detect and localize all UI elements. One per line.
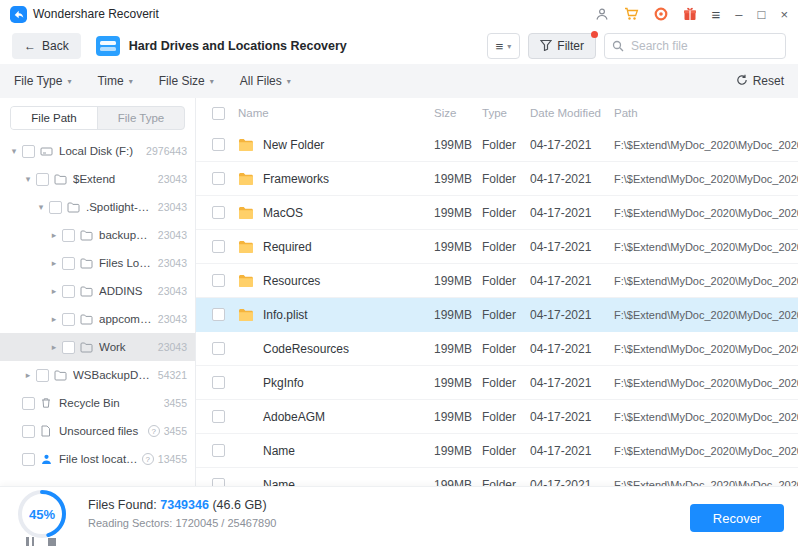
table-row[interactable]: Frameworks 199MB Folder 04-17-2021 F:\$E… [196, 162, 798, 196]
tree-item-recycle-bin[interactable]: Recycle Bin 3455 [0, 389, 195, 417]
tree-item-spotlight[interactable]: ▾ .Spotlight-V10000... 23043 [0, 193, 195, 221]
tree-item-local-disk[interactable]: ▾ Local Disk (F:) 2976443 [0, 137, 195, 165]
checkbox[interactable] [36, 173, 49, 186]
titlebar: Wondershare Recoverit ≡ – □ × [0, 0, 798, 28]
help-icon[interactable]: ? [142, 453, 154, 465]
checkbox[interactable] [49, 201, 62, 214]
expander-icon[interactable]: ▸ [48, 286, 60, 296]
tree-item-label: Unsourced files [59, 425, 144, 437]
menu-icon[interactable]: ≡ [712, 6, 721, 23]
checkbox[interactable] [212, 410, 225, 423]
checkbox[interactable] [212, 172, 225, 185]
filter-button[interactable]: Filter [528, 33, 596, 59]
tree-item-label: .Spotlight-V10000... [86, 201, 154, 213]
header-size[interactable]: Size [434, 107, 482, 119]
recover-button[interactable]: Recover [690, 504, 784, 532]
expander-icon[interactable]: ▸ [48, 230, 60, 240]
file-size-dropdown[interactable]: File Size ▾ [159, 74, 214, 88]
back-button[interactable]: ← Back [12, 33, 81, 59]
time-dropdown[interactable]: Time ▾ [97, 74, 132, 88]
tree-item-file-lost-location[interactable]: File lost location ? 13455 [0, 445, 195, 473]
reset-button[interactable]: Reset [736, 74, 784, 89]
expander-icon[interactable]: ▸ [48, 342, 60, 352]
checkbox[interactable] [22, 425, 35, 438]
file-type: Folder [482, 342, 530, 356]
pause-button[interactable] [26, 537, 34, 546]
support-icon[interactable] [654, 7, 668, 21]
checkbox[interactable] [62, 313, 75, 326]
file-path: F:\$Extend\MyDoc_2020\MyDoc_2020\M... [614, 343, 798, 355]
help-icon[interactable]: ? [148, 425, 160, 437]
table-row-selected[interactable]: Info.plist 199MB Folder 04-17-2021 F:\$E… [196, 298, 798, 332]
file-path: F:\$Extend\MyDoc_2020\MyDoc_2020\M... [614, 445, 798, 457]
checkbox[interactable] [62, 285, 75, 298]
gift-icon[interactable] [683, 7, 697, 21]
checkbox[interactable] [212, 138, 225, 151]
table-row[interactable]: PkgInfo 199MB Folder 04-17-2021 F:\$Exte… [196, 366, 798, 400]
cart-icon[interactable] [624, 7, 639, 21]
tree-item-count: 23043 [158, 257, 187, 269]
checkbox[interactable] [212, 206, 225, 219]
tree-item-addins[interactable]: ▸ ADDINS 23043 [0, 277, 195, 305]
maximize-button[interactable]: □ [758, 8, 766, 21]
header-name[interactable]: Name [238, 107, 434, 119]
tree-item-wsbackupdata[interactable]: ▸ WSBackupData 54321 [0, 361, 195, 389]
checkbox[interactable] [212, 376, 225, 389]
tree-item-appcompat[interactable]: ▸ appcompat 23043 [0, 305, 195, 333]
tree-item-work[interactable]: ▸ Work 23043 [0, 333, 195, 361]
table-row[interactable]: Required 199MB Folder 04-17-2021 F:\$Ext… [196, 230, 798, 264]
checkbox[interactable] [62, 257, 75, 270]
checkbox[interactable] [212, 478, 225, 486]
checkbox[interactable] [36, 369, 49, 382]
stop-button[interactable] [48, 538, 56, 546]
close-button[interactable]: × [780, 8, 788, 21]
select-all-checkbox[interactable] [212, 107, 225, 120]
chevron-down-icon: ▾ [507, 42, 511, 51]
tab-file-type[interactable]: File Type [98, 107, 184, 129]
tree-item-count: 13455 [158, 453, 187, 465]
tree-item-unsourced-files[interactable]: Unsourced files ? 3455 [0, 417, 195, 445]
file-type-label: File Type [14, 74, 62, 88]
table-row[interactable]: Name 199MB Folder 04-17-2021 F:\$Extend\… [196, 434, 798, 468]
table-row[interactable]: AdobeAGM 199MB Folder 04-17-2021 F:\$Ext… [196, 400, 798, 434]
header-type[interactable]: Type [482, 107, 530, 119]
table-row[interactable]: Resources 199MB Folder 04-17-2021 F:\$Ex… [196, 264, 798, 298]
checkbox[interactable] [62, 229, 75, 242]
header-path[interactable]: Path [614, 107, 798, 119]
checkbox[interactable] [22, 453, 35, 466]
checkbox[interactable] [22, 397, 35, 410]
checkbox[interactable] [212, 342, 225, 355]
toolbar: ← Back Hard Drives and Locations Recover… [0, 28, 798, 64]
header-date[interactable]: Date Modified [530, 107, 614, 119]
tree-item-backupdata[interactable]: ▸ backupdata 23043 [0, 221, 195, 249]
checkbox[interactable] [212, 240, 225, 253]
file-type-dropdown[interactable]: File Type ▾ [14, 74, 71, 88]
all-files-dropdown[interactable]: All Files ▾ [240, 74, 291, 88]
tab-file-path[interactable]: File Path [11, 107, 98, 129]
view-options-button[interactable]: ≡ ▾ [487, 33, 521, 59]
expander-icon[interactable]: ▾ [22, 174, 34, 184]
expander-icon[interactable]: ▸ [48, 314, 60, 324]
checkbox[interactable] [62, 341, 75, 354]
checkbox[interactable] [22, 145, 35, 158]
table-row[interactable]: New Folder 199MB Folder 04-17-2021 F:\$E… [196, 128, 798, 162]
tree-item-count: 23043 [158, 201, 187, 213]
file-date: 04-17-2021 [530, 138, 614, 152]
checkbox[interactable] [212, 274, 225, 287]
expander-icon[interactable]: ▾ [8, 146, 20, 156]
account-icon[interactable] [595, 7, 609, 21]
expander-icon[interactable]: ▸ [22, 370, 34, 380]
tree-item-extend[interactable]: ▾ $Extend 23043 [0, 165, 195, 193]
expander-icon[interactable]: ▸ [48, 258, 60, 268]
tree-item-files-lost[interactable]: ▸ Files Lost Origi... 23043 [0, 249, 195, 277]
checkbox[interactable] [212, 444, 225, 457]
expander-icon[interactable]: ▾ [35, 202, 47, 212]
minimize-button[interactable]: – [735, 8, 742, 21]
table-row[interactable]: MacOS 199MB Folder 04-17-2021 F:\$Extend… [196, 196, 798, 230]
checkbox[interactable] [212, 308, 225, 321]
table-row[interactable]: Name 199MB Folder 04-17-2021 F:\$Extend\… [196, 468, 798, 486]
time-label: Time [97, 74, 123, 88]
recycle-bin-icon [40, 397, 56, 409]
table-row[interactable]: CodeResources 199MB Folder 04-17-2021 F:… [196, 332, 798, 366]
search-input[interactable] [604, 33, 786, 59]
